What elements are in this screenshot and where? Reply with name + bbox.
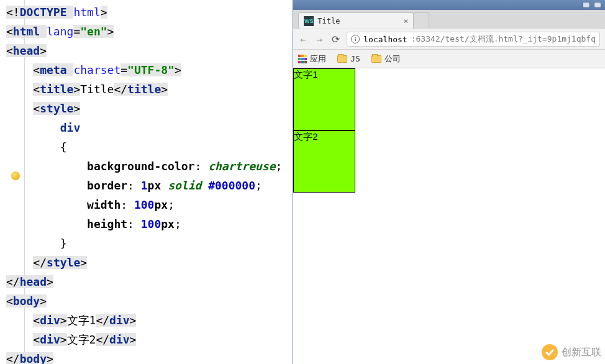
bookmark-label: JS <box>350 54 360 63</box>
url-host: localhost <box>363 35 407 44</box>
apps-grid-icon <box>298 55 307 63</box>
rendered-div: 文字1 <box>293 68 355 130</box>
apps-label: 应用 <box>310 53 326 65</box>
window-min-button[interactable] <box>583 2 590 8</box>
site-info-icon[interactable]: i <box>351 35 360 43</box>
browser-pane: WS Title × ← → ⟳ i localhost:63342/test/… <box>293 0 605 364</box>
page-viewport: 文字1 文字2 <box>293 68 605 364</box>
folder-icon <box>371 55 381 63</box>
apps-shortcut[interactable]: 应用 <box>298 53 326 65</box>
folder-icon <box>337 55 347 63</box>
bookmark-folder[interactable]: JS <box>337 54 360 63</box>
code-area[interactable]: <!DOCTYPE html><html lang="en"><head> <m… <box>6 0 282 364</box>
favicon-icon: WS <box>304 16 314 26</box>
nav-back-icon[interactable]: ← <box>298 34 308 45</box>
window-titlebar <box>293 0 605 10</box>
watermark-text: 创新互联 <box>562 346 601 359</box>
nav-forward-icon: → <box>314 34 324 45</box>
rendered-div: 文字2 <box>293 130 355 193</box>
browser-tab-active[interactable]: WS Title × <box>298 12 414 29</box>
window-max-button[interactable] <box>594 2 601 8</box>
tab-title: Title <box>317 17 340 25</box>
browser-tabstrip: WS Title × <box>293 10 605 29</box>
watermark: 创新互联 <box>542 344 601 360</box>
address-bar-row: ← → ⟳ i localhost:63342/test/文档流.html?_i… <box>293 29 605 50</box>
tab-close-icon[interactable]: × <box>403 16 408 25</box>
bookmark-label: 公司 <box>384 53 401 65</box>
browser-tab-new[interactable] <box>413 12 429 29</box>
url-path: :63342/test/文档流.html?_ijt=9p1mj1qbfq <box>411 34 596 45</box>
code-editor-pane: <!DOCTYPE html><html lang="en"><head> <m… <box>0 0 293 364</box>
watermark-check-icon <box>542 344 558 360</box>
bookmarks-bar: 应用 JS 公司 <box>293 50 605 68</box>
bookmark-folder[interactable]: 公司 <box>371 53 401 65</box>
address-bar[interactable]: i localhost:63342/test/文档流.html?_ijt=9p1… <box>347 32 600 47</box>
nav-reload-icon[interactable]: ⟳ <box>330 34 340 45</box>
